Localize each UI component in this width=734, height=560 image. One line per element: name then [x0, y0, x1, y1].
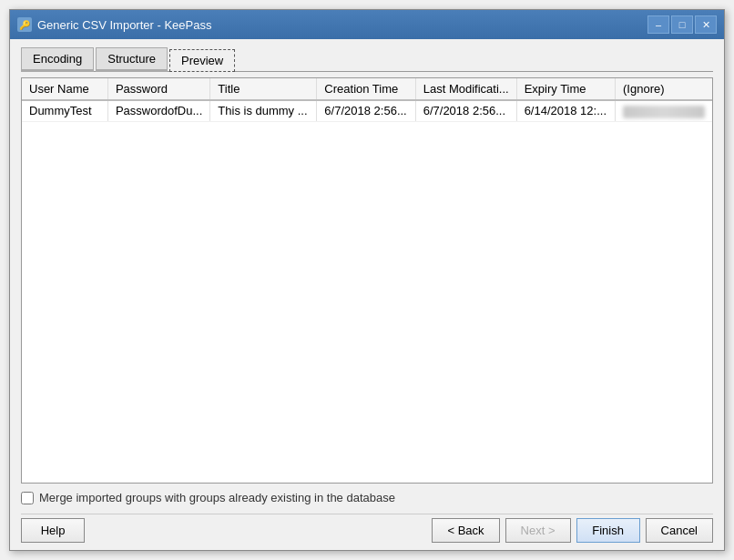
cell-creation: 6/7/2018 2:56... [317, 100, 415, 121]
back-button[interactable]: < Back [432, 518, 499, 543]
footer-right: < Back Next > Finish Cancel [432, 518, 713, 543]
footer-left: Help [21, 518, 85, 543]
window-controls: – □ ✕ [647, 15, 717, 34]
merge-checkbox-label[interactable]: Merge imported groups with groups alread… [39, 491, 395, 504]
col-header-creation: Creation Time [317, 78, 415, 100]
merge-checkbox[interactable] [21, 492, 34, 504]
main-window: 🔑 Generic CSV Importer - KeePass – □ ✕ E… [9, 9, 725, 551]
cell-username: DummyTest [22, 100, 107, 121]
tab-structure[interactable]: Structure [96, 47, 168, 72]
table-row: DummyTest PasswordofDu... This is dummy … [22, 100, 712, 121]
col-header-ignore: (Ignore) [616, 78, 713, 100]
col-header-title: Title [210, 78, 317, 100]
table-header-row: User Name Password Title Creation Time L… [22, 78, 712, 100]
footer: Help < Back Next > Finish Cancel [21, 514, 713, 543]
next-button[interactable]: Next > [505, 518, 571, 543]
col-header-username: User Name [22, 78, 107, 100]
finish-button[interactable]: Finish [576, 518, 640, 543]
cell-lastmod: 6/7/2018 2:56... [415, 100, 516, 121]
title-bar: 🔑 Generic CSV Importer - KeePass – □ ✕ [10, 10, 724, 39]
preview-table-container: User Name Password Title Creation Time L… [21, 77, 713, 484]
cell-password: PasswordofDu... [107, 100, 209, 121]
blurred-value [623, 106, 705, 118]
tab-encoding[interactable]: Encoding [21, 47, 94, 72]
merge-checkbox-row: Merge imported groups with groups alread… [21, 489, 713, 506]
tab-bar: Encoding Structure Preview [21, 46, 713, 72]
title-bar-left: 🔑 Generic CSV Importer - KeePass [17, 17, 211, 32]
cell-title: This is dummy ... [210, 100, 317, 121]
col-header-password: Password [107, 78, 209, 100]
col-header-expiry: Expiry Time [516, 78, 615, 100]
cell-expiry: 6/14/2018 12:... [516, 100, 615, 121]
close-button[interactable]: ✕ [695, 15, 717, 34]
help-button[interactable]: Help [21, 518, 85, 543]
app-icon: 🔑 [17, 17, 32, 32]
preview-table: User Name Password Title Creation Time L… [22, 78, 712, 122]
maximize-button[interactable]: □ [671, 15, 693, 34]
tab-preview[interactable]: Preview [169, 49, 235, 72]
col-header-lastmod: Last Modificati... [415, 78, 516, 100]
cancel-button[interactable]: Cancel [646, 518, 713, 543]
window-body: Encoding Structure Preview User Name Pas… [10, 39, 724, 550]
cell-ignore [616, 100, 713, 121]
minimize-button[interactable]: – [647, 15, 669, 34]
window-title: Generic CSV Importer - KeePass [37, 18, 211, 32]
